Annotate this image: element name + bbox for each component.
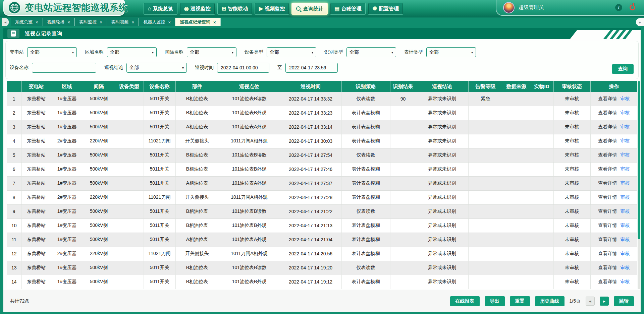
- audit-link[interactable]: 审核: [620, 208, 630, 214]
- audit-link[interactable]: 审核: [620, 237, 630, 242]
- audit-link[interactable]: 审核: [620, 251, 630, 256]
- recognition-type-select[interactable]: 全部▾: [346, 47, 396, 57]
- audit-link[interactable]: 审核: [620, 110, 630, 115]
- table-scrollbar[interactable]: [638, 81, 640, 289]
- nav-button-home[interactable]: ⌂系统总览: [144, 3, 177, 15]
- view-detail-link[interactable]: 查看详情: [598, 251, 617, 256]
- col-device-type: 设备类型: [115, 81, 144, 92]
- audit-link[interactable]: 审核: [620, 138, 630, 143]
- next-page-button[interactable]: ►: [600, 297, 609, 306]
- smart-link-icon: ⊞: [222, 6, 226, 11]
- cell-alarm: [468, 275, 503, 289]
- bay-select[interactable]: 全部▾: [187, 47, 236, 57]
- audit-link[interactable]: 审核: [620, 223, 630, 228]
- tab-2[interactable]: 视频轮播×: [43, 18, 75, 26]
- view-detail-link[interactable]: 查看详情: [598, 279, 617, 284]
- audit-link[interactable]: 审核: [620, 152, 630, 158]
- export-button[interactable]: 导出: [485, 296, 505, 306]
- reset-button[interactable]: 重置: [510, 296, 530, 306]
- cell-device-type: [115, 134, 144, 148]
- info-icon[interactable]: i: [615, 4, 622, 11]
- scrollbar-thumb[interactable]: [638, 81, 640, 239]
- audit-link[interactable]: 审核: [620, 96, 630, 101]
- cell-part: B相油位表: [175, 261, 219, 275]
- col-rfid: 实物ID: [530, 81, 553, 92]
- nav-button-eye[interactable]: ◉巡视监控: [180, 3, 215, 15]
- nav-button-video[interactable]: ▶视频监控: [255, 3, 289, 15]
- device-name-input[interactable]: [32, 63, 96, 73]
- close-icon[interactable]: ×: [213, 20, 216, 24]
- cell-rfid: [530, 120, 553, 134]
- time-to-input[interactable]: 2022-04-17 23:59: [285, 63, 338, 73]
- query-button[interactable]: 查询: [612, 64, 634, 74]
- online-report-button[interactable]: 在线报表: [450, 296, 480, 306]
- tab-1[interactable]: 系统总览×: [11, 18, 43, 26]
- app-logo-icon: [8, 1, 21, 14]
- tab-5[interactable]: 机器人监控×: [139, 18, 175, 26]
- close-icon[interactable]: ×: [168, 20, 171, 24]
- nav-label: 配置管理: [379, 6, 399, 12]
- device-type-select[interactable]: 全部▾: [267, 47, 316, 57]
- cell-device-name: 11021刀闸: [144, 134, 175, 148]
- view-detail-link[interactable]: 查看详情: [598, 110, 617, 115]
- nav-button-gear[interactable]: ✺配置管理: [368, 3, 403, 15]
- view-detail-link[interactable]: 查看详情: [598, 124, 617, 129]
- tab-4[interactable]: 实时视频×: [107, 18, 139, 26]
- view-detail-link[interactable]: 查看详情: [598, 208, 617, 214]
- nav-button-smart-link[interactable]: ⊞智能联动: [217, 3, 252, 15]
- nav-button-ledger[interactable]: ▤台账管理: [330, 3, 366, 15]
- history-curve-button[interactable]: 历史曲线: [535, 296, 565, 306]
- prev-page-button[interactable]: ◄: [586, 297, 595, 306]
- tab-6[interactable]: 巡视点记录查询×: [175, 18, 221, 26]
- time-from-input[interactable]: 2022-04-01 00:00: [217, 63, 269, 73]
- view-detail-link[interactable]: 查看详情: [598, 152, 617, 158]
- conclusion-select[interactable]: 全部▾: [126, 63, 187, 73]
- audit-link[interactable]: 审核: [620, 166, 630, 172]
- cell-strategy: 仪表读数: [341, 92, 390, 106]
- nav-button-search[interactable]: 查询统计: [291, 3, 328, 15]
- cell-part: B相油位表: [175, 204, 219, 218]
- station-select[interactable]: 全部▾: [27, 47, 77, 57]
- cell-conclusion: 异常或未识别: [416, 162, 468, 176]
- cell-conclusion: 异常或未识别: [416, 233, 468, 247]
- close-icon[interactable]: ×: [100, 20, 102, 24]
- view-detail-link[interactable]: 查看详情: [598, 223, 617, 228]
- view-detail-link[interactable]: 查看详情: [598, 180, 617, 186]
- col-strategy: 识别策略: [341, 81, 390, 92]
- view-detail-link[interactable]: 查看详情: [598, 138, 617, 143]
- cell-source: [503, 275, 530, 289]
- view-detail-link[interactable]: 查看详情: [598, 194, 617, 200]
- cell-source: [503, 218, 530, 233]
- time-to-value: 2022-04-17 23:59: [289, 65, 326, 70]
- audit-link[interactable]: 审核: [620, 279, 630, 284]
- cell-device-name: 5011开关: [144, 275, 175, 289]
- view-detail-link[interactable]: 查看详情: [598, 96, 617, 101]
- cell-audit-status: 未审核: [553, 275, 590, 289]
- tab-scroll-left-icon[interactable]: ◄: [2, 18, 9, 26]
- jump-button[interactable]: 跳转: [614, 296, 634, 306]
- tab-3[interactable]: 实时监控×: [75, 18, 107, 26]
- view-detail-link[interactable]: 查看详情: [598, 265, 617, 270]
- tab-scroll-right-icon[interactable]: ►: [636, 18, 644, 26]
- audit-link[interactable]: 审核: [620, 194, 630, 200]
- meter-type-select[interactable]: 全部▾: [426, 47, 476, 57]
- audit-link[interactable]: 审核: [620, 265, 630, 270]
- view-detail-link[interactable]: 查看详情: [598, 237, 617, 242]
- cell-point: 1011刀闸A相外观: [219, 247, 280, 261]
- close-icon[interactable]: ×: [36, 20, 38, 24]
- avatar[interactable]: [503, 2, 515, 13]
- power-logout-icon[interactable]: [630, 5, 635, 10]
- audit-link[interactable]: 审核: [620, 180, 630, 186]
- cell-area: 1#变压器: [51, 120, 83, 134]
- cell-conclusion: 异常或未识别: [416, 176, 468, 190]
- cell-audit-status: 未审核: [553, 134, 590, 148]
- area-select[interactable]: 全部▾: [107, 47, 157, 57]
- close-icon[interactable]: ×: [132, 20, 135, 24]
- recognition-type-select-value: 全部: [350, 49, 359, 55]
- table-row: 13东善桥站1#变压器500kV侧5011开关B相油位表101油位表B读数202…: [7, 261, 637, 275]
- cell-time: 2022-04-17 14:33:23: [280, 106, 341, 120]
- close-icon[interactable]: ×: [68, 20, 70, 24]
- chevron-down-icon: ▾: [152, 51, 154, 54]
- view-detail-link[interactable]: 查看详情: [598, 166, 617, 172]
- audit-link[interactable]: 审核: [620, 124, 630, 129]
